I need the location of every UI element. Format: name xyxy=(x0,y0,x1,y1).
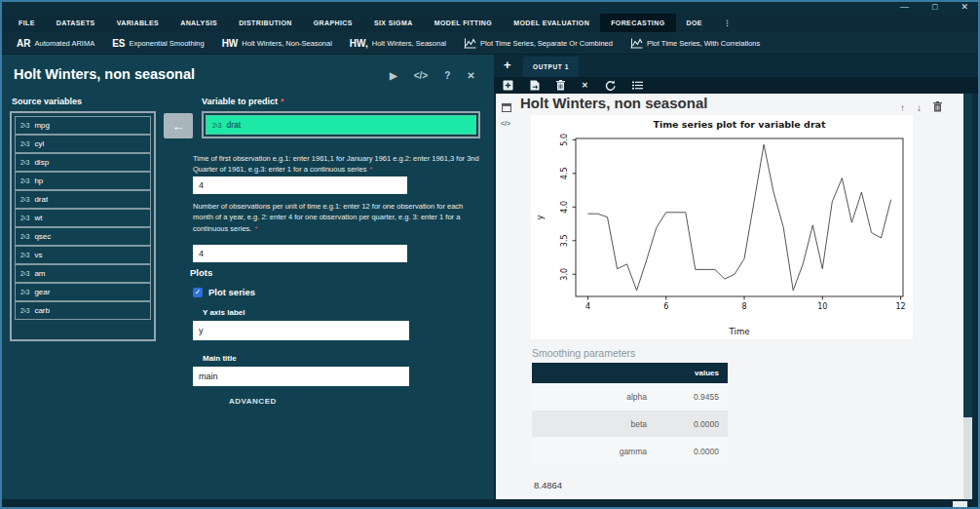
delete-section-icon[interactable] xyxy=(933,98,942,116)
observations-per-unit-input[interactable] xyxy=(193,245,407,262)
parameter-value-cell: 0.0000 xyxy=(647,447,728,456)
ribbon-button[interactable]: Plot Time Series, Separate Or Combined xyxy=(455,32,622,54)
code-icon[interactable]: </> xyxy=(414,70,428,81)
svg-text:Time series plot for variable: Time series plot for variable drat xyxy=(653,119,826,130)
output-tab[interactable]: OUTPUT 1 xyxy=(523,57,579,77)
ribbon-button-icon: AR xyxy=(17,38,30,49)
ribbon-button[interactable]: HW, Holt Winters, Seasonal xyxy=(341,32,455,54)
move-up-icon[interactable]: ↑ xyxy=(900,102,905,113)
variable-item[interactable]: 2¹3 qsec xyxy=(15,227,151,246)
menu-item[interactable]: VARIABLES xyxy=(106,14,170,32)
ribbon-button[interactable]: Plot Time Series, With Correlations xyxy=(622,32,769,54)
table-header-values: values xyxy=(695,369,728,377)
ribbon-button-label: Plot Time Series, Separate Or Combined xyxy=(480,39,613,48)
move-down-icon[interactable]: ↓ xyxy=(917,102,922,113)
resize-grip[interactable] xyxy=(953,501,967,507)
variable-item-label: drat xyxy=(34,195,48,204)
variable-item[interactable]: 2¹3 hp xyxy=(15,172,151,190)
svg-text:3.0: 3.0 xyxy=(560,268,569,281)
svg-text:y: y xyxy=(535,215,545,219)
ribbon-button-label: Holt Winters, Non-Seasonal xyxy=(242,39,332,48)
predict-variable-label: drat xyxy=(226,120,241,130)
menu-item[interactable]: ANALYSIS xyxy=(170,14,228,32)
close-button[interactable]: ✕ xyxy=(961,2,968,13)
variable-item[interactable]: 2¹3 am xyxy=(15,264,151,283)
menu-item[interactable]: DATASETS xyxy=(46,14,106,32)
svg-text:4.0: 4.0 xyxy=(560,201,569,214)
refresh-output-icon[interactable] xyxy=(605,80,616,91)
parameter-value-cell: 0.9455 xyxy=(647,392,728,402)
plots-heading: Plots xyxy=(190,267,212,278)
numeric-variable-icon: 2¹3 xyxy=(212,122,221,129)
menu-item[interactable]: MODEL FITTING xyxy=(424,14,504,32)
variable-item-label: am xyxy=(34,269,45,278)
numeric-variable-icon: 2¹3 xyxy=(20,270,29,277)
delete-output-icon[interactable] xyxy=(556,80,565,91)
numeric-variable-icon: 2¹3 xyxy=(20,140,29,147)
table-of-contents-icon[interactable] xyxy=(632,81,643,90)
y-axis-label-label: Y axis label xyxy=(203,308,245,317)
ribbon-toolbar: AR Automated ARIMA ES Exponential Smooth… xyxy=(2,32,978,55)
variable-item[interactable]: 2¹3 gear xyxy=(15,283,151,301)
y-axis-label-input[interactable] xyxy=(193,321,409,340)
numeric-variable-icon: 2¹3 xyxy=(20,289,29,295)
ribbon-button[interactable]: HW Holt Winters, Non-Seasonal xyxy=(213,32,341,54)
move-left-button[interactable]: ← xyxy=(164,113,193,138)
required-marker: * xyxy=(369,165,372,174)
menu-item[interactable]: ⋮ xyxy=(713,14,741,32)
collapse-section-icon[interactable] xyxy=(502,98,511,116)
variable-item[interactable]: 2¹3 mpg xyxy=(15,116,151,135)
ribbon-button-icon: HW, xyxy=(350,38,368,49)
variable-to-predict-dropzone[interactable]: 2¹3 drat xyxy=(202,111,480,138)
svg-text:12: 12 xyxy=(895,302,905,311)
minimize-button[interactable]: — xyxy=(900,2,909,13)
numeric-variable-icon: 2¹3 xyxy=(20,233,29,240)
table-row: alpha 0.9455 xyxy=(532,383,728,411)
variable-item[interactable]: 2¹3 wt xyxy=(15,209,151,227)
variable-item-label: mpg xyxy=(34,121,50,130)
ribbon-button-icon: HW xyxy=(222,38,239,49)
menu-item[interactable]: MODEL EVALUATION xyxy=(503,14,600,32)
time-of-first-observation-input[interactable] xyxy=(193,176,407,194)
plot-series-checkbox[interactable]: ✓ xyxy=(193,288,203,297)
parameter-name-cell: alpha xyxy=(532,392,647,402)
svg-text:Time: Time xyxy=(729,327,750,336)
menu-item[interactable]: SIX SIGMA xyxy=(363,14,424,32)
advanced-button[interactable]: ADVANCED xyxy=(229,397,277,406)
predict-variable-chip[interactable]: 2¹3 drat xyxy=(206,115,476,135)
scrollbar-thumb[interactable] xyxy=(963,94,972,417)
ribbon-button[interactable]: ES Exponential Smoothing xyxy=(103,32,212,54)
svg-text:4.5: 4.5 xyxy=(560,167,569,179)
export-output-icon[interactable] xyxy=(530,80,540,91)
main-title-input[interactable] xyxy=(193,367,409,386)
maximize-button[interactable]: □ xyxy=(932,2,937,13)
left-arrow-icon: ← xyxy=(172,119,185,134)
variable-item[interactable]: 2¹3 cyl xyxy=(15,135,151,153)
check-icon: ✓ xyxy=(195,288,202,297)
add-output-tab-button[interactable]: + xyxy=(504,58,511,72)
add-to-output-icon[interactable] xyxy=(503,80,513,91)
source-variables-label: Source variables xyxy=(12,97,82,106)
variable-item[interactable]: 2¹3 drat xyxy=(15,190,151,209)
help-icon[interactable]: ? xyxy=(444,70,450,81)
parameter-value-cell: 0.0000 xyxy=(647,419,728,429)
variable-item[interactable]: 2¹3 vs xyxy=(15,246,151,264)
variable-item[interactable]: 2¹3 carb xyxy=(15,301,151,320)
ribbon-button[interactable]: AR Automated ARIMA xyxy=(8,32,103,54)
menu-item[interactable]: FILE xyxy=(8,14,46,32)
output-scrollbar[interactable] xyxy=(963,94,972,499)
run-icon[interactable]: ▶ xyxy=(390,70,397,81)
variable-item-label: gear xyxy=(34,288,50,296)
menu-item[interactable]: FORECASTING xyxy=(600,14,675,32)
show-code-icon[interactable]: </> xyxy=(501,120,510,127)
parameter-name-cell: beta xyxy=(532,419,647,429)
menu-item[interactable]: DISTRIBUTION xyxy=(228,14,303,32)
menu-item[interactable]: DOE xyxy=(676,14,713,32)
variable-item[interactable]: 2¹3 disp xyxy=(15,153,151,172)
dialog-panel: Holt Winters, non seasonal ▶ </> ? ✕ Sou… xyxy=(2,55,494,499)
close-output-icon[interactable]: ✕ xyxy=(582,81,588,90)
title-bar: — □ ✕ xyxy=(2,2,978,14)
menu-item[interactable]: GRAPHICS xyxy=(303,14,363,32)
svg-text:5.0: 5.0 xyxy=(560,134,569,146)
close-dialog-icon[interactable]: ✕ xyxy=(467,70,474,81)
